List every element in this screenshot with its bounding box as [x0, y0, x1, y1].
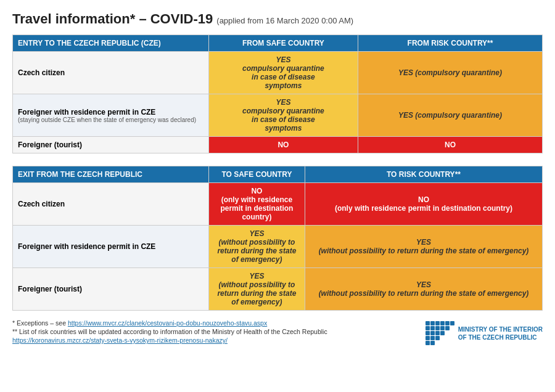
- footnote-1-link[interactable]: https://www.mvcr.cz/clanek/cestovani-po-…: [68, 319, 267, 327]
- logo-dot: [435, 321, 440, 325]
- logo-dot: [426, 336, 430, 340]
- logo-dot: [435, 336, 440, 340]
- exit-col1-header: EXIT FROM THE CZECH REPUBLIC: [13, 166, 209, 183]
- entry-col3-header: from risk country**: [358, 35, 543, 52]
- page-title: Travel information* – COVID-19 (applied …: [12, 11, 543, 27]
- ministry-name: MINISTRY OF THE INTERIOR OF THE CZECH RE…: [458, 325, 543, 341]
- exit-risk-cell: NO (only with residence permit in destin…: [305, 183, 542, 226]
- logo-dot: [430, 331, 435, 335]
- entry-safe-cell: YES compulsory quarantine in case of dis…: [208, 52, 358, 94]
- table-row: Czech citizenYES compulsory quarantine i…: [13, 52, 543, 94]
- entry-col2-header: from safe country: [208, 35, 358, 52]
- entry-risk-cell: YES (compulsory quarantine): [358, 94, 543, 137]
- row-label: Czech citizen: [13, 52, 209, 94]
- logo-dot: [445, 326, 450, 330]
- footnote-2-link-p: https://koronavirus.mzcr.cz/staty-sveta-…: [12, 337, 327, 344]
- logo-dot: [430, 336, 435, 340]
- logo-dot-empty: [450, 331, 454, 335]
- logo-dot: [435, 326, 440, 330]
- footer: * Exceptions – see https://www.mvcr.cz/c…: [12, 317, 543, 345]
- exit-col3-header: to risk country**: [305, 166, 542, 183]
- logo-dot: [426, 341, 430, 345]
- logo-dot-empty: [445, 331, 450, 335]
- table-row: Foreigner with residence permit in CZEYE…: [13, 226, 543, 268]
- logo-dot: [426, 321, 430, 325]
- footnotes: * Exceptions – see https://www.mvcr.cz/c…: [12, 319, 327, 345]
- table-row: Foreigner with residence permit in CZE(s…: [13, 94, 543, 137]
- logo-dot-empty: [445, 341, 450, 345]
- row-label: Czech citizen: [13, 183, 209, 226]
- entry-safe-cell: YES compulsory quarantine in case of dis…: [208, 94, 358, 137]
- exit-risk-cell: YES (without possibility to return durin…: [305, 268, 542, 311]
- footnote-2-link[interactable]: https://koronavirus.mzcr.cz/staty-sveta-…: [12, 337, 228, 344]
- logo-dot-empty: [440, 341, 445, 345]
- logo-dot: [426, 331, 430, 335]
- logo-dot: [430, 341, 435, 345]
- exit-table: EXIT FROM THE CZECH REPUBLIC to safe cou…: [12, 166, 543, 311]
- footnote-2: ** List of risk countries will be update…: [12, 328, 327, 335]
- entry-table: ENTRY TO THE CZECH REPUBLIC (CZE) from s…: [12, 35, 543, 153]
- logo-dot: [426, 326, 430, 330]
- logo-dot: [430, 321, 435, 325]
- entry-col1-header: ENTRY TO THE CZECH REPUBLIC (CZE): [13, 35, 209, 52]
- entry-risk-cell: YES (compulsory quarantine): [358, 52, 543, 94]
- logo-dot: [450, 321, 454, 325]
- exit-safe-cell: NO (only with residence permit in destin…: [208, 183, 305, 226]
- row-label: Foreigner with residence permit in CZE(s…: [13, 94, 209, 137]
- footnote-1: * Exceptions – see https://www.mvcr.cz/c…: [12, 319, 327, 327]
- table-row: Foreigner (tourist)NONO: [13, 137, 543, 153]
- logo-dot: [440, 331, 445, 335]
- exit-safe-cell: YES (without possibility to return durin…: [208, 226, 305, 268]
- logo-dot: [430, 326, 435, 330]
- row-label: Foreigner (tourist): [13, 137, 209, 153]
- exit-risk-cell: YES (without possibility to return durin…: [305, 226, 542, 268]
- exit-col2-header: to safe country: [208, 166, 305, 183]
- entry-table-header: ENTRY TO THE CZECH REPUBLIC (CZE) from s…: [13, 35, 543, 52]
- row-label: Foreigner (tourist): [13, 268, 209, 311]
- logo-dot: [445, 321, 450, 325]
- table-row: Czech citizenNO (only with residence per…: [13, 183, 543, 226]
- row-label: Foreigner with residence permit in CZE: [13, 226, 209, 268]
- ministry-logo: MINISTRY OF THE INTERIOR OF THE CZECH RE…: [426, 321, 543, 345]
- logo-dot-empty: [435, 341, 440, 345]
- logo-dot-empty: [445, 336, 450, 340]
- logo-dot-empty: [450, 341, 454, 345]
- logo-dot: [440, 326, 445, 330]
- logo-dots-grid: [426, 321, 454, 345]
- logo-dot-empty: [450, 326, 454, 330]
- logo-dot-empty: [450, 336, 454, 340]
- entry-safe-cell: NO: [208, 137, 358, 153]
- logo-dot: [440, 321, 445, 325]
- exit-table-header: EXIT FROM THE CZECH REPUBLIC to safe cou…: [13, 166, 543, 183]
- logo-dot: [435, 331, 440, 335]
- exit-safe-cell: YES (without possibility to return durin…: [208, 268, 305, 311]
- logo-dot-empty: [440, 336, 445, 340]
- table-row: Foreigner (tourist)YES (without possibil…: [13, 268, 543, 311]
- entry-risk-cell: NO: [358, 137, 543, 153]
